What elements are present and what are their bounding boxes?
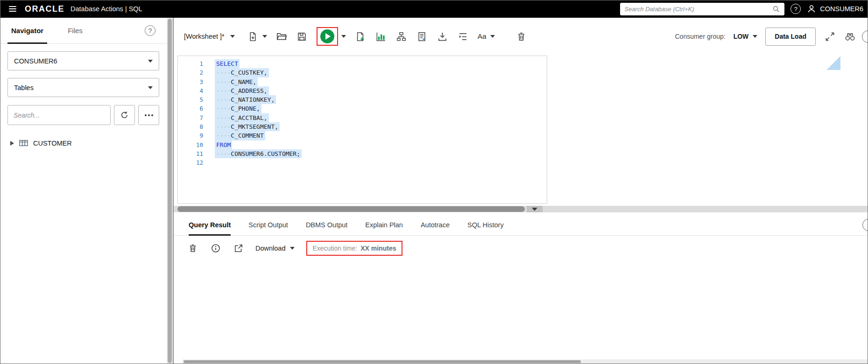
main-area: [Worksheet ]* [174, 18, 868, 364]
new-worksheet-icon[interactable] [247, 30, 259, 42]
splitter-collapse-handle[interactable] [527, 206, 543, 212]
download-icon[interactable] [437, 30, 449, 42]
line-number: 11 [178, 149, 210, 158]
font-options-label: Aa [478, 32, 487, 41]
code-line[interactable]: 12 [178, 158, 547, 167]
line-number: 5 [178, 95, 210, 104]
run-statement-button[interactable] [320, 29, 334, 43]
code-line[interactable]: 1SELECT [178, 59, 547, 68]
results-tab-explain-plan[interactable]: Explain Plan [365, 214, 403, 235]
code-line[interactable]: 10FROM [178, 140, 547, 149]
expand-arrow-icon[interactable] [10, 141, 14, 146]
code-line[interactable]: 9····C_COMMENT [178, 131, 547, 140]
help-icon[interactable]: ? [790, 4, 801, 14]
line-number: 7 [178, 113, 210, 122]
execution-time-label: Execution time: [313, 245, 358, 252]
sidebar-search-row [7, 105, 159, 125]
global-search[interactable] [620, 3, 784, 15]
run-script-icon[interactable] [354, 30, 367, 42]
open-external-icon[interactable] [233, 242, 245, 254]
user-name: CONSUMER6 [820, 5, 863, 13]
run-menu-icon[interactable] [341, 35, 346, 38]
consumer-group-value: LOW [734, 33, 749, 40]
chevron-down-icon [532, 208, 537, 211]
worksheet-selector[interactable]: [Worksheet ]* [184, 33, 235, 40]
sidebar: Navigator Files ? CONSUMER6 Tables CUSTO… [0, 18, 173, 364]
refresh-button[interactable] [114, 105, 135, 125]
ellipsis-icon [145, 114, 153, 116]
sidebar-search-input[interactable] [14, 112, 105, 119]
more-options-button[interactable] [138, 105, 159, 125]
user-icon [807, 4, 816, 14]
results-tabs: Query ResultScript OutputDBMS OutputExpl… [174, 214, 868, 236]
code-line[interactable]: 7····C_ACCTBAL, [178, 113, 547, 122]
sidebar-help-icon[interactable]: ? [145, 25, 155, 36]
global-search-input[interactable] [624, 6, 769, 13]
menu-icon[interactable] [7, 3, 19, 15]
search-icon[interactable] [772, 5, 780, 13]
clear-results-icon[interactable] [187, 242, 199, 254]
line-number: 6 [178, 104, 210, 113]
results-help-icon[interactable] [862, 219, 868, 231]
execution-time-box: Execution time: XX minutes [306, 241, 403, 256]
format-icon[interactable] [457, 30, 469, 42]
code-line[interactable]: 5····C_NATIONKEY, [178, 95, 547, 104]
object-type-select[interactable]: Tables [7, 78, 159, 97]
consumer-group-label: Consumer group: [675, 33, 725, 40]
clear-worksheet-icon[interactable] [515, 30, 528, 42]
sql-editor[interactable]: 1SELECT2····C_CUSTKEY,3····C_NAME,4····C… [177, 56, 547, 204]
tree-item-label: CUSTOMER [33, 140, 72, 147]
results-tab-autotrace[interactable]: Autotrace [421, 214, 450, 235]
user-menu[interactable]: CONSUMER6 [807, 4, 863, 14]
panel-divider[interactable] [173, 18, 174, 364]
schema-select-value: CONSUMER6 [14, 57, 57, 65]
line-number: 8 [178, 122, 210, 131]
chevron-down-icon [148, 86, 153, 89]
chevron-down-icon [148, 60, 153, 63]
fullscreen-icon[interactable] [824, 30, 836, 42]
results-tab-query-result[interactable]: Query Result [189, 214, 231, 235]
toolbar-cut-icon[interactable] [862, 30, 868, 43]
find-icon[interactable] [844, 30, 856, 42]
editor-splitter[interactable] [174, 206, 868, 212]
sidebar-tabs: Navigator Files ? [0, 18, 167, 44]
new-worksheet-menu-icon[interactable] [262, 35, 267, 38]
tab-files[interactable]: Files [68, 18, 83, 43]
results-panel: Query ResultScript OutputDBMS OutputExpl… [174, 212, 868, 364]
download-button[interactable]: Download [255, 245, 295, 252]
object-type-value: Tables [14, 84, 34, 91]
code-line[interactable]: 3····C_NAME, [178, 77, 547, 86]
results-tab-script-output[interactable]: Script Output [248, 214, 288, 235]
code-line[interactable]: 8····C_MKTSEGMENT, [178, 122, 547, 131]
code-line[interactable]: 2····C_CUSTKEY, [178, 68, 547, 77]
worksheet-toolbar: [Worksheet ]* [174, 18, 868, 55]
horizontal-scrollbar-thumb[interactable] [177, 206, 525, 212]
code-line[interactable]: 6····C_PHONE, [178, 104, 547, 113]
save-icon[interactable] [296, 30, 308, 42]
sidebar-search[interactable] [7, 105, 111, 125]
consumer-group-select[interactable]: LOW [734, 33, 758, 40]
table-icon [19, 139, 28, 147]
grid-horizontal-scrollbar[interactable] [183, 359, 868, 364]
data-load-button[interactable]: Data Load [765, 28, 816, 46]
autotrace-icon[interactable] [416, 30, 428, 42]
schema-select[interactable]: CONSUMER6 [7, 51, 159, 70]
line-number: 1 [178, 59, 210, 68]
font-options-button[interactable]: Aa [478, 32, 495, 41]
line-number: 9 [178, 131, 210, 140]
results-tab-dbms-output[interactable]: DBMS Output [306, 214, 347, 235]
run-highlight-box [317, 27, 338, 46]
info-icon[interactable] [210, 242, 222, 254]
chart-icon[interactable] [375, 30, 387, 42]
execution-time-value: XX minutes [360, 245, 396, 252]
tree-item-customer[interactable]: CUSTOMER [10, 139, 173, 147]
code-line[interactable]: 11····CONSUMER6.CUSTOMER; [178, 149, 547, 158]
open-file-icon[interactable] [275, 30, 288, 42]
explain-plan-icon[interactable] [395, 30, 408, 42]
results-tab-sql-history[interactable]: SQL History [467, 214, 504, 235]
sidebar-scrollbar[interactable] [167, 18, 173, 364]
code-line[interactable]: 4····C_ADDRESS, [178, 86, 547, 95]
topbar: ORACLE Database Actions | SQL ? CONSUMER… [0, 0, 868, 18]
chevron-down-icon [490, 35, 495, 38]
tab-navigator[interactable]: Navigator [11, 18, 43, 43]
